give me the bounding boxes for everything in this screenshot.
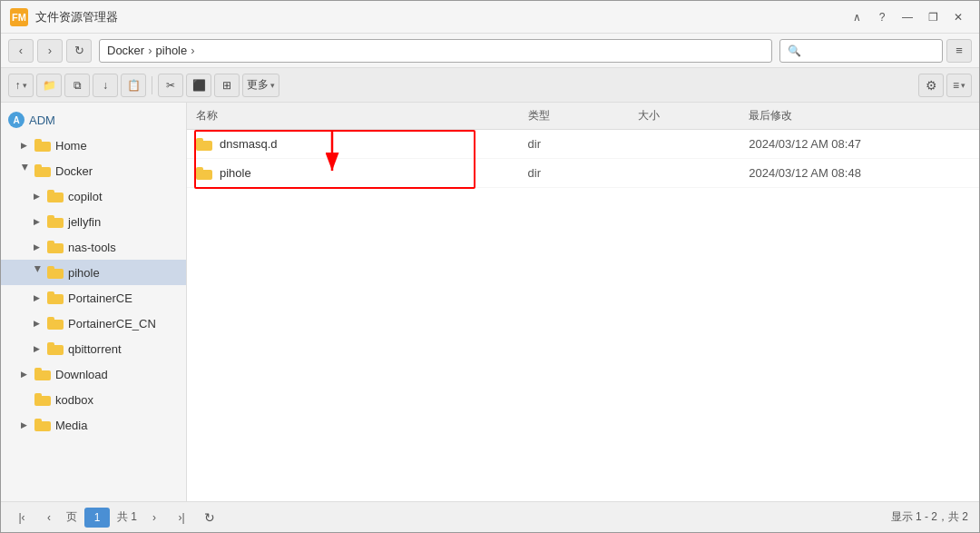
file-row-dnsmasq[interactable]: dnsmasq.d dir 2024/03/12 AM 08:47 [187, 130, 979, 159]
view-icon: ≡ [953, 79, 959, 92]
app-icon: FM [10, 8, 28, 26]
file-type-dnsmasq: dir [528, 137, 639, 151]
sidebar-label-home: Home [55, 139, 87, 153]
settings-button[interactable]: ⚙ [918, 74, 944, 97]
column-size-header: 大小 [638, 108, 749, 123]
total-pages-label: 共 1 [117, 509, 137, 525]
status-bar: |‹ ‹ 页 1 共 1 › ›| ↻ 显示 1 - 2，共 2 [1, 501, 979, 532]
file-label-dnsmasq: dnsmasq.d [220, 137, 278, 151]
sidebar-item-qbittorrent[interactable]: ▶ qbittorrent [1, 336, 186, 361]
empty-area [187, 188, 979, 501]
sidebar-item-kodbox[interactable]: kodbox [1, 387, 186, 412]
address-bar[interactable]: Docker › pihole › [99, 39, 772, 63]
search-icon: 🔍 [788, 44, 801, 57]
window-controls: ∧ ? — ❐ ✕ [845, 7, 970, 27]
address-segment-pihole: pihole [156, 44, 188, 57]
help-button[interactable]: ? [870, 7, 894, 27]
more-label: 更多 [247, 77, 269, 93]
sidebar-toggle-home: ▶ [17, 139, 30, 152]
list-view-button[interactable]: ≡ [946, 39, 972, 63]
sidebar-toggle-copilot: ▶ [30, 190, 43, 202]
column-type-header: 类型 [528, 108, 639, 123]
maximize-button[interactable]: ❐ [921, 7, 945, 27]
address-segment-docker: Docker [107, 44, 144, 57]
prev-page-button[interactable]: ‹ [39, 508, 59, 528]
gear-icon: ⚙ [926, 78, 937, 93]
column-name-header: 名称 [196, 108, 528, 123]
file-name-dnsmasq: dnsmasq.d [196, 137, 528, 151]
more-dropdown-arrow: ▾ [270, 81, 275, 90]
first-page-button[interactable]: |‹ [12, 508, 32, 528]
folder-icon-portainerCE-CN [47, 317, 64, 330]
adm-icon: A [8, 112, 24, 128]
cut-icon: ✂ [166, 79, 175, 92]
sidebar-item-download[interactable]: ▶ Download [1, 361, 186, 387]
title-bar: FM 文件资源管理器 ∧ ? — ❐ ✕ [1, 1, 979, 34]
sidebar-toggle-portainerCE-CN: ▶ [30, 317, 43, 330]
sidebar-toggle-qbittorrent: ▶ [30, 342, 43, 355]
copy-button[interactable]: ⧉ [64, 74, 90, 97]
batch-button[interactable]: ⊞ [214, 74, 240, 97]
file-name-pihole: pihole [196, 166, 528, 180]
sidebar-label-nas-tools: nas-tools [68, 241, 116, 254]
sidebar-item-adm[interactable]: A ADM [1, 107, 186, 133]
forward-button[interactable]: › [37, 39, 63, 63]
file-label-pihole: pihole [220, 166, 251, 180]
move-icon: ⬛ [192, 79, 206, 92]
search-bar[interactable]: 🔍 [779, 39, 943, 63]
sidebar-item-home[interactable]: ▶ Home [1, 133, 186, 158]
cut-button[interactable]: ✂ [158, 74, 183, 97]
upload-dropdown-arrow: ▾ [23, 81, 27, 90]
download-button[interactable]: ↓ [93, 74, 118, 97]
sidebar-item-docker[interactable]: ▶ Docker [1, 158, 186, 183]
sidebar-label-media: Media [55, 419, 87, 432]
sidebar-toggle-docker: ▶ [17, 164, 30, 177]
main-content: A ADM ▶ Home ▶ Docker ▶ copilot [1, 103, 979, 501]
close-button[interactable]: ✕ [946, 7, 970, 27]
next-page-button[interactable]: › [144, 508, 164, 528]
upload-button[interactable]: ↑ ▾ [8, 74, 34, 97]
more-button[interactable]: 更多 ▾ [242, 74, 279, 97]
back-button[interactable]: ‹ [8, 39, 34, 63]
file-list: 名称 类型 大小 最后修改 dnsmasq.d dir [187, 103, 979, 501]
refresh-button[interactable]: ↻ [66, 39, 92, 63]
status-refresh-button[interactable]: ↻ [199, 508, 220, 528]
collapse-button[interactable]: ∧ [845, 7, 868, 27]
paste-button[interactable]: 📋 [121, 74, 146, 97]
folder-icon-portainerCE [47, 291, 64, 304]
sidebar-item-pihole[interactable]: ▶ pihole [1, 260, 186, 285]
view-options-button[interactable]: ≡ ▾ [946, 74, 972, 97]
sidebar-item-jellyfin[interactable]: ▶ jellyfin [1, 209, 186, 234]
folder-icon-jellyfin [47, 215, 64, 228]
sidebar-label-qbittorrent: qbittorrent [68, 342, 122, 356]
action-toolbar: ↑ ▾ 📁 ⧉ ↓ 📋 ✂ ⬛ ⊞ 更多 ▾ ⚙ [1, 68, 979, 103]
last-page-button[interactable]: ›| [172, 508, 191, 528]
page-label: 页 [66, 509, 77, 525]
sidebar-label-docker: Docker [55, 164, 93, 178]
sidebar-item-portainerCE-CN[interactable]: ▶ PortainerCE_CN [1, 311, 186, 336]
page-number: 1 [84, 508, 110, 528]
file-manager-window: FM 文件资源管理器 ∧ ? — ❐ ✕ ‹ › ↻ Docker › piho… [0, 0, 980, 533]
folder-icon-pihole-row [196, 167, 212, 180]
file-modified-dnsmasq: 2024/03/12 AM 08:47 [749, 137, 970, 151]
sidebar-item-copilot[interactable]: ▶ copilot [1, 183, 186, 209]
toolbar-separator [152, 76, 152, 94]
sidebar-toggle-portainerCE: ▶ [30, 291, 43, 304]
folder-icon-home [34, 139, 51, 152]
minimize-button[interactable]: — [896, 7, 919, 27]
move-button[interactable]: ⬛ [186, 74, 211, 97]
folder-icon-copilot [47, 190, 64, 202]
download-icon: ↓ [103, 79, 108, 92]
folder-icon-download [34, 368, 51, 380]
window-title: 文件资源管理器 [35, 9, 845, 25]
file-list-header: 名称 类型 大小 最后修改 [187, 103, 979, 130]
batch-icon: ⊞ [222, 79, 231, 92]
file-row-pihole[interactable]: pihole dir 2024/03/12 AM 08:48 [187, 159, 979, 188]
sidebar-item-portainerCE[interactable]: ▶ PortainerCE [1, 285, 186, 311]
new-folder-button[interactable]: 📁 [36, 74, 62, 97]
sidebar-toggle-nas-tools: ▶ [30, 241, 43, 253]
sidebar: A ADM ▶ Home ▶ Docker ▶ copilot [1, 103, 187, 501]
sidebar-item-media[interactable]: ▶ Media [1, 412, 186, 438]
sidebar-item-nas-tools[interactable]: ▶ nas-tools [1, 234, 186, 260]
address-arrow-2: › [191, 44, 194, 57]
